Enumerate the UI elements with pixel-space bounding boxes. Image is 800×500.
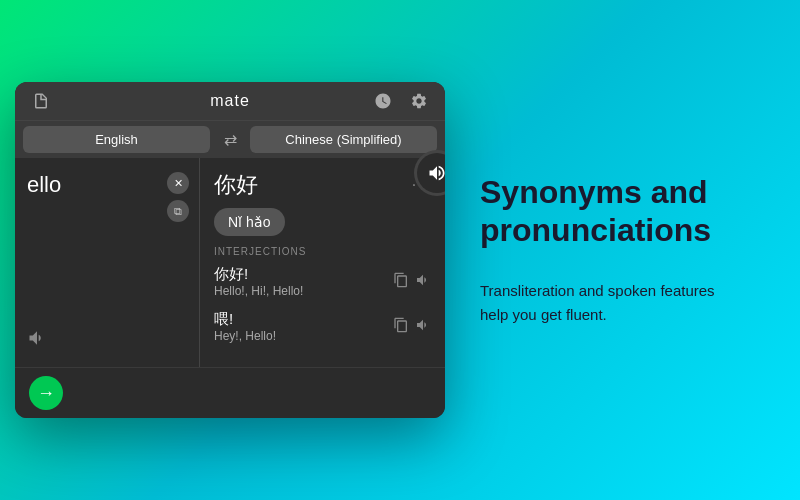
speak-button-0[interactable] (415, 272, 431, 291)
translation-row: ello ✕ ⧉ 你好 ··· (15, 158, 445, 367)
source-speaker-button[interactable] (27, 328, 187, 353)
promo-description: Transliteration and spoken features help… (480, 279, 740, 327)
interjections-label: INTERJECTIONS (214, 246, 431, 257)
app-window: mate English ⇄ (15, 82, 445, 418)
interjections-section: INTERJECTIONS 你好! Hello!, Hi!, Hello! (214, 246, 431, 343)
go-button[interactable]: → (29, 376, 63, 410)
copy-source-button[interactable]: ⧉ (167, 200, 189, 222)
clear-button[interactable]: ✕ (167, 172, 189, 194)
interjection-en-0: Hello!, Hi!, Hello! (214, 284, 303, 298)
target-panel: 你好 ··· Nǐ hǎo INTERJECTIONS (200, 158, 445, 367)
interjection-cn-1: 喂! (214, 310, 276, 329)
bottom-bar: → (15, 367, 445, 418)
copy-button-0[interactable] (393, 272, 409, 291)
interjection-row-1: 喂! Hey!, Hello! (214, 310, 431, 343)
title-bar: mate (15, 82, 445, 120)
target-text: 你好 (214, 170, 258, 200)
history-button[interactable] (369, 87, 397, 115)
language-bar: English ⇄ Chinese (Simplified) (15, 120, 445, 158)
interjection-en-1: Hey!, Hello! (214, 329, 276, 343)
copy-button-1[interactable] (393, 317, 409, 336)
app-title: mate (210, 92, 250, 110)
target-language-tab[interactable]: Chinese (Simplified) (250, 126, 437, 153)
source-language-tab[interactable]: English (23, 126, 210, 153)
interjection-row-0: 你好! Hello!, Hi!, Hello! (214, 265, 431, 298)
interjection-cn-0: 你好! (214, 265, 303, 284)
promo-title: Synonyms and pronunciations (480, 173, 760, 250)
speak-button-1[interactable] (415, 317, 431, 336)
pronunciation-pill: Nǐ hǎo (214, 208, 285, 236)
source-text: ello (27, 172, 187, 198)
source-panel: ello ✕ ⧉ (15, 158, 200, 367)
settings-button[interactable] (405, 87, 433, 115)
right-panel: Synonyms and pronunciations Transliterat… (460, 133, 800, 368)
swap-languages-button[interactable]: ⇄ (214, 124, 246, 156)
document-icon[interactable] (27, 87, 55, 115)
